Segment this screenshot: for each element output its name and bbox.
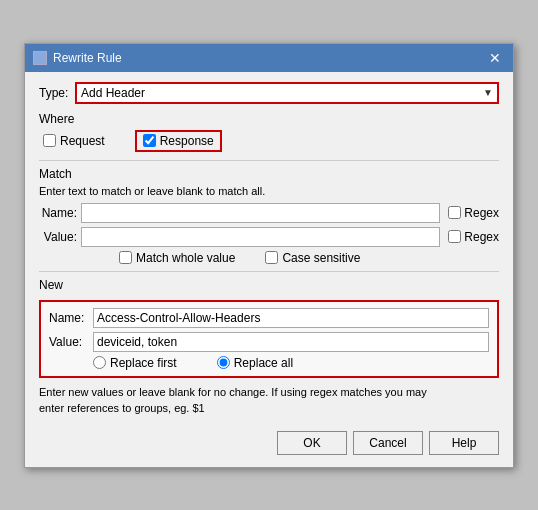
- new-section-header: New: [39, 278, 499, 292]
- response-checkbox[interactable]: [143, 134, 156, 147]
- name-field-label: Name:: [39, 206, 77, 220]
- match-whole-label: Match whole value: [136, 251, 235, 265]
- new-value-input[interactable]: [93, 332, 489, 352]
- divider-2: [39, 271, 499, 272]
- response-group-highlighted: Response: [135, 130, 222, 152]
- value-field-row: Value: Regex: [39, 227, 499, 247]
- title-bar: Rewrite Rule ✕: [25, 44, 513, 72]
- replace-all-radio[interactable]: [217, 356, 230, 369]
- value-regex-label: Regex: [464, 230, 499, 244]
- divider-1: [39, 160, 499, 161]
- cancel-button[interactable]: Cancel: [353, 431, 423, 455]
- new-value-label: Value:: [49, 335, 89, 349]
- new-value-row: Value:: [49, 332, 489, 352]
- dialog-content: Type: Add Header ▼ Where Request Respons…: [25, 72, 513, 467]
- info-text: Enter new values or leave blank for no c…: [39, 384, 499, 417]
- case-sensitive-label: Case sensitive: [282, 251, 360, 265]
- match-label: Match: [39, 167, 72, 181]
- name-regex-label: Regex: [464, 206, 499, 220]
- dropdown-arrow-icon: ▼: [483, 87, 493, 98]
- title-bar-left: Rewrite Rule: [33, 51, 122, 65]
- replace-radio-row: Replace first Replace all: [93, 356, 489, 370]
- name-regex-checkbox[interactable]: [448, 206, 461, 219]
- value-regex-checkbox[interactable]: [448, 230, 461, 243]
- dialog-title: Rewrite Rule: [53, 51, 122, 65]
- request-checkbox[interactable]: [43, 134, 56, 147]
- request-label: Request: [60, 134, 105, 148]
- case-sensitive-group: Case sensitive: [265, 251, 360, 265]
- help-button[interactable]: Help: [429, 431, 499, 455]
- new-name-input[interactable]: [93, 308, 489, 328]
- where-label: Where: [39, 112, 74, 126]
- new-name-label: Name:: [49, 311, 89, 325]
- match-whole-group: Match whole value: [119, 251, 235, 265]
- replace-all-label: Replace all: [234, 356, 293, 370]
- replace-all-group: Replace all: [217, 356, 293, 370]
- request-group: Request: [43, 134, 105, 148]
- match-description: Enter text to match or leave blank to ma…: [39, 185, 499, 197]
- new-name-row: Name:: [49, 308, 489, 328]
- value-field-label: Value:: [39, 230, 77, 244]
- type-dropdown-value: Add Header: [81, 86, 145, 100]
- button-row: OK Cancel Help: [39, 427, 499, 455]
- match-whole-checkbox[interactable]: [119, 251, 132, 264]
- dialog-icon: [33, 51, 47, 65]
- where-section-header: Where: [39, 112, 499, 126]
- value-regex-group: Regex: [448, 230, 499, 244]
- new-section-box: Name: Value: Replace first Replace all: [39, 300, 499, 378]
- name-regex-group: Regex: [448, 206, 499, 220]
- response-label: Response: [160, 134, 214, 148]
- match-options-row: Match whole value Case sensitive: [119, 251, 499, 265]
- replace-first-group: Replace first: [93, 356, 177, 370]
- type-label: Type:: [39, 86, 69, 100]
- close-button[interactable]: ✕: [485, 51, 505, 65]
- replace-first-radio[interactable]: [93, 356, 106, 369]
- where-row: Request Response: [43, 130, 499, 152]
- type-dropdown[interactable]: Add Header ▼: [75, 82, 499, 104]
- name-field-row: Name: Regex: [39, 203, 499, 223]
- ok-button[interactable]: OK: [277, 431, 347, 455]
- value-field-input[interactable]: [81, 227, 440, 247]
- type-row: Type: Add Header ▼: [39, 82, 499, 104]
- replace-first-label: Replace first: [110, 356, 177, 370]
- rewrite-rule-dialog: Rewrite Rule ✕ Type: Add Header ▼ Where …: [24, 43, 514, 468]
- match-section-header: Match: [39, 167, 499, 181]
- new-label: New: [39, 278, 63, 292]
- name-field-input[interactable]: [81, 203, 440, 223]
- case-sensitive-checkbox[interactable]: [265, 251, 278, 264]
